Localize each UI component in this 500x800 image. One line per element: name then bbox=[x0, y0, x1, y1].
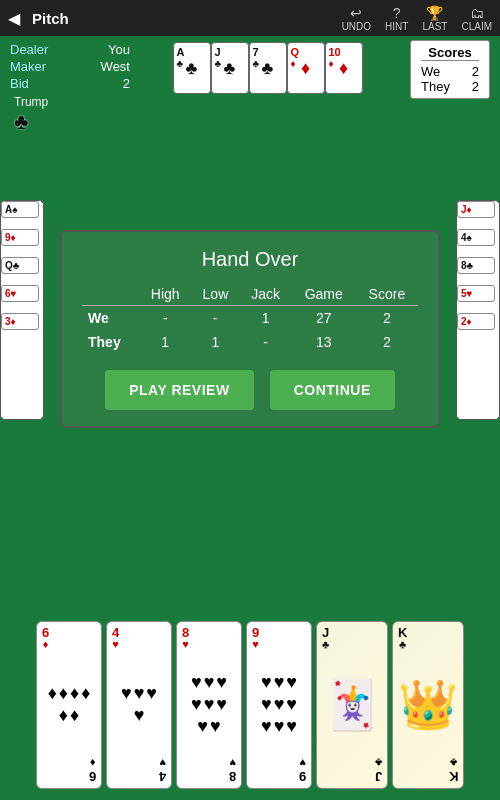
center-play-card: Q♦♦ bbox=[287, 42, 325, 94]
table-row: We--1272 bbox=[82, 306, 418, 331]
hand-card[interactable]: J ♣ 🃏 J ♣ bbox=[316, 621, 388, 789]
hint-icon: ? bbox=[393, 5, 401, 21]
table-cell: - bbox=[191, 306, 239, 331]
hint-button[interactable]: ? HINT bbox=[385, 5, 408, 32]
hand-card[interactable]: 9 ♥ ♥♥♥♥♥♥♥♥♥ 9 ♥ bbox=[246, 621, 312, 789]
side-card: A♠ bbox=[1, 201, 39, 218]
table-row: They11-132 bbox=[82, 330, 418, 354]
claim-icon: 🗂 bbox=[470, 5, 484, 21]
side-card: 3♦ bbox=[1, 313, 39, 330]
side-card: J♦ bbox=[457, 201, 495, 218]
last-button[interactable]: 🏆 LAST bbox=[422, 5, 447, 32]
table-cell: - bbox=[240, 330, 292, 354]
table-cell: 2 bbox=[356, 306, 418, 331]
center-play-card: J♣♣ bbox=[211, 42, 249, 94]
they-value: 2 bbox=[472, 79, 479, 94]
play-review-button[interactable]: PLAY REVIEW bbox=[105, 370, 253, 410]
right-card-stack: J♦4♠8♣5♥2♦ bbox=[456, 200, 500, 420]
table-cell: 1 bbox=[240, 306, 292, 331]
back-button[interactable]: ◀ bbox=[8, 9, 20, 28]
table-cell: 27 bbox=[292, 306, 356, 331]
ho-col-header: Score bbox=[356, 283, 418, 306]
bid-value: 2 bbox=[123, 76, 130, 91]
ho-col-header: Low bbox=[191, 283, 239, 306]
side-card: 4♠ bbox=[457, 229, 495, 246]
hand-over-table: HighLowJackGameScore We--1272They11-132 bbox=[82, 283, 418, 354]
they-score-row: They 2 bbox=[421, 79, 479, 94]
undo-icon: ↩ bbox=[350, 5, 362, 21]
trump-label: Trump bbox=[14, 95, 48, 109]
hand-over-title: Hand Over bbox=[82, 248, 418, 271]
maker-label: Maker bbox=[10, 59, 46, 74]
center-play-card: 10♦♦ bbox=[325, 42, 363, 94]
center-play-card: A♣♣ bbox=[173, 42, 211, 94]
bid-label: Bid bbox=[10, 76, 29, 91]
undo-button[interactable]: ↩ UNDO bbox=[342, 5, 371, 32]
hand-card[interactable]: 8 ♥ ♥♥♥♥♥♥♥♥ 8 ♥ bbox=[176, 621, 242, 789]
hand-over-dialog: Hand Over HighLowJackGameScore We--1272T… bbox=[60, 230, 440, 428]
claim-button[interactable]: 🗂 CLAIM bbox=[461, 5, 492, 32]
app-title: Pitch bbox=[32, 10, 69, 27]
last-icon: 🏆 bbox=[426, 5, 443, 21]
center-cards-area: A♣♣J♣♣7♣♣Q♦♦10♦♦ bbox=[130, 38, 405, 98]
hand-cards-area: 6 ♦ ♦♦♦♦♦♦ 6 ♦ 4 ♥ ♥♥♥♥ bbox=[0, 610, 500, 800]
center-play-card: 7♣♣ bbox=[249, 42, 287, 94]
table-cell: 1 bbox=[191, 330, 239, 354]
maker-value: West bbox=[101, 59, 130, 74]
hand-card[interactable]: 4 ♥ ♥♥♥♥ 4 ♥ bbox=[106, 621, 172, 789]
dealer-label: Dealer bbox=[10, 42, 48, 57]
ho-col-header: Game bbox=[292, 283, 356, 306]
ho-col-header: Jack bbox=[240, 283, 292, 306]
hand-card[interactable]: 6 ♦ ♦♦♦♦♦♦ 6 ♦ bbox=[36, 621, 102, 789]
dealer-value: You bbox=[108, 42, 130, 57]
ho-col-header: High bbox=[139, 283, 191, 306]
hand-card[interactable]: K ♣ 👑 K ♣ bbox=[392, 621, 464, 789]
table-cell: 1 bbox=[139, 330, 191, 354]
we-label: We bbox=[421, 64, 440, 79]
side-card: 6♥ bbox=[1, 285, 39, 302]
left-card-stack: A♠9♦Q♣6♥3♦ bbox=[0, 200, 44, 420]
trump-suit: ♣ bbox=[14, 109, 28, 135]
table-cell: We bbox=[82, 306, 139, 331]
side-card: 2♦ bbox=[457, 313, 495, 330]
toolbar-actions: ↩ UNDO ? HINT 🏆 LAST 🗂 CLAIM bbox=[342, 5, 492, 32]
scores-box: Scores We 2 They 2 bbox=[410, 40, 490, 99]
we-score-row: We 2 bbox=[421, 64, 479, 79]
table-cell: 13 bbox=[292, 330, 356, 354]
side-card: 5♥ bbox=[457, 285, 495, 302]
table-cell: 2 bbox=[356, 330, 418, 354]
top-bar: ◀ Pitch ↩ UNDO ? HINT 🏆 LAST 🗂 CLAIM bbox=[0, 0, 500, 36]
we-value: 2 bbox=[472, 64, 479, 79]
side-card: 9♦ bbox=[1, 229, 39, 246]
table-cell: - bbox=[139, 306, 191, 331]
they-label: They bbox=[421, 79, 450, 94]
continue-button[interactable]: CONTINUE bbox=[270, 370, 395, 410]
side-card: 8♣ bbox=[457, 257, 495, 274]
ho-col-header bbox=[82, 283, 139, 306]
hand-over-buttons: PLAY REVIEW CONTINUE bbox=[82, 370, 418, 410]
table-cell: They bbox=[82, 330, 139, 354]
scores-title: Scores bbox=[421, 45, 479, 61]
side-card: Q♣ bbox=[1, 257, 39, 274]
